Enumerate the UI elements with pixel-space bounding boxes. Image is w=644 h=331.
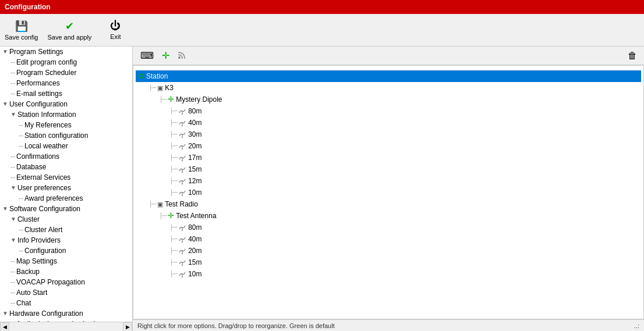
sidebar-item-label: Hardware Configuration	[9, 309, 83, 318]
antenna-icon: ✛	[168, 211, 174, 221]
tree-node-band-30m-1[interactable]: ├─ 30m	[136, 129, 641, 140]
svg-point-19	[182, 241, 183, 243]
sidebar-item-confirmations[interactable]: -- Confirmations	[0, 151, 132, 162]
tree-node-station-node[interactable]: ⚙ Station	[136, 70, 641, 82]
sidebar-item-voacap-propagation[interactable]: -- VOACAP Propagation	[0, 277, 132, 287]
sidebar-item-local-weather[interactable]: -- Local weather	[0, 141, 132, 151]
tree-node-label: 20m	[188, 141, 201, 151]
tree-node-test-radio[interactable]: ├─ ▣ Test Radio	[136, 198, 641, 210]
crosshair-button[interactable]: ✛	[159, 48, 172, 63]
sidebar-item-edit-program-config[interactable]: -- Edit program config	[0, 57, 132, 67]
sidebar-item-chat[interactable]: -- Chat	[0, 298, 132, 308]
tree-node-band-17m-1[interactable]: ├─ 17m	[136, 152, 641, 163]
sidebar-item-performances[interactable]: -- Performances	[0, 78, 132, 88]
sidebar-item-map-settings[interactable]: -- Map Settings	[0, 256, 132, 266]
toolbar: 💾 Save config ✔ Save and apply ⏻ Exit	[0, 14, 644, 47]
tree-node-label: 10m	[188, 187, 201, 198]
tree-node-band-10m-2[interactable]: ├─ 10m	[136, 268, 641, 280]
sidebar-item-cluster[interactable]: ▼ Cluster	[0, 214, 132, 225]
tree-node-label: Test Antenna	[176, 211, 216, 221]
tree-node-label: 80m	[188, 106, 201, 116]
tree-node-band-40m-2[interactable]: ├─ 40m	[136, 233, 641, 245]
dash-prefix: --	[10, 152, 15, 161]
tree-node-band-10m-1[interactable]: ├─ 10m	[136, 187, 641, 198]
sidebar-item-label: Program Settings	[9, 47, 63, 56]
tree-node-band-20m-2[interactable]: ├─ 20m	[136, 245, 641, 257]
dash-prefix: --	[10, 89, 15, 98]
sidebar-item-external-services[interactable]: -- External Services	[0, 172, 132, 183]
sidebar-item-label: Auto Start	[16, 288, 47, 297]
tree-node-band-80m-2[interactable]: ├─ 80m	[136, 222, 641, 233]
band-icon	[178, 164, 186, 175]
expand-icon: ▼	[2, 99, 8, 109]
sidebar-item-label: Edit program config	[16, 58, 77, 67]
sidebar-item-label: Configuration	[24, 246, 66, 255]
dash-prefix: --	[10, 58, 15, 67]
sidebar-item-info-providers[interactable]: ▼ Info Providers	[0, 235, 132, 245]
hscroll-left-btn[interactable]: ◀	[0, 322, 9, 332]
antenna-icon: ✛	[168, 94, 174, 105]
exit-button[interactable]: ⏻ Exit	[101, 20, 130, 40]
sidebar-item-program-settings[interactable]: ▼ Program Settings	[0, 47, 132, 57]
sidebar-item-station-information[interactable]: ▼ Station Information	[0, 109, 132, 120]
sidebar-item-user-preferences[interactable]: ▼ User preferences	[0, 183, 132, 193]
sidebar-wrapper: ▼ Program Settings-- Edit program config…	[0, 47, 133, 331]
keyboard-button[interactable]: ⌨	[137, 48, 157, 63]
sidebar-item-my-references[interactable]: -- My References	[0, 120, 132, 130]
sidebar-item-user-configuration[interactable]: ▼ User Configuration	[0, 99, 132, 109]
svg-point-25	[182, 276, 183, 277]
sidebar-item-station-configuration[interactable]: -- Station configuration	[0, 130, 132, 141]
sidebar-hscroll: ◀ ▶	[0, 322, 132, 331]
sidebar-item-cluster-alert[interactable]: -- Cluster Alert	[0, 225, 132, 235]
sidebar-item-program-scheduler[interactable]: -- Program Scheduler	[0, 67, 132, 78]
sidebar-item-software-configuration[interactable]: ▼ Software Configuration	[0, 204, 132, 214]
expand-icon: ▼	[2, 204, 8, 213]
tree-view[interactable]: ⚙ Station ├─ ▣ K3 ├─ ✛ Mystery Dipole ├─…	[133, 65, 644, 319]
sidebar-item-auto-start[interactable]: -- Auto Start	[0, 287, 132, 298]
save-apply-button[interactable]: ✔ Save and apply	[47, 20, 91, 41]
sidebar[interactable]: ▼ Program Settings-- Edit program config…	[0, 47, 132, 322]
dash-prefix: --	[10, 68, 15, 77]
hscroll-track	[9, 322, 123, 331]
sidebar-item-label: User preferences	[17, 183, 71, 193]
dash-prefix: --	[19, 120, 23, 130]
station-icon: ⚙	[138, 71, 144, 81]
sidebar-item-hardware-configuration[interactable]: ▼ Hardware Configuration	[0, 308, 132, 319]
expand-icon: ▼	[10, 215, 16, 224]
dash-prefix: --	[10, 267, 15, 276]
tree-node-label: 80m	[188, 222, 201, 233]
sidebar-item-email-settings[interactable]: -- E-mail settings	[0, 88, 132, 99]
sidebar-item-label: Cluster	[17, 215, 40, 224]
tree-node-mystery-dipole[interactable]: ├─ ✛ Mystery Dipole	[136, 94, 641, 105]
tree-node-label: 12m	[188, 176, 201, 186]
tree-node-band-40m-1[interactable]: ├─ 40m	[136, 117, 641, 129]
dash-prefix: --	[19, 194, 23, 203]
hscroll-right-btn[interactable]: ▶	[123, 322, 132, 332]
delete-button[interactable]: 🗑	[625, 49, 639, 62]
sidebar-item-database[interactable]: -- Database	[0, 162, 132, 172]
content-area: ⌨ ✛ 🗑 ⚙ Station ├─ ▣ K3 ├─ ✛ Mystery Dip…	[133, 47, 644, 331]
sidebar-item-label: Info Providers	[17, 236, 61, 245]
tree-node-band-15m-1[interactable]: ├─ 15m	[136, 163, 641, 175]
save-config-button[interactable]: 💾 Save config	[5, 20, 38, 41]
tree-node-label: 30m	[188, 129, 201, 140]
dash-prefix: --	[19, 225, 23, 234]
tree-node-band-20m-1[interactable]: ├─ 20m	[136, 140, 641, 152]
tree-node-k3-node[interactable]: ├─ ▣ K3	[136, 82, 641, 94]
band-icon	[178, 245, 186, 256]
sidebar-item-info-configuration[interactable]: -- Configuration	[0, 245, 132, 256]
svg-point-15	[182, 195, 183, 196]
sidebar-item-award-preferences[interactable]: -- Award preferences	[0, 193, 132, 204]
tree-node-label: Test Radio	[165, 199, 198, 209]
tree-node-band-15m-2[interactable]: ├─ 15m	[136, 257, 641, 268]
band-icon	[178, 222, 186, 233]
status-bar: Right click for more options. Drag/drop …	[133, 319, 644, 331]
tree-node-label: K3	[165, 83, 174, 93]
tree-node-label: 17m	[188, 152, 201, 163]
sidebar-item-backup[interactable]: -- Backup	[0, 266, 132, 277]
band-icon	[178, 152, 186, 163]
tree-node-band-12m-1[interactable]: ├─ 12m	[136, 175, 641, 187]
tree-node-band-80m-1[interactable]: ├─ 80m	[136, 105, 641, 117]
rss-button[interactable]	[175, 48, 190, 63]
tree-node-test-antenna[interactable]: ├─ ✛ Test Antenna	[136, 210, 641, 222]
